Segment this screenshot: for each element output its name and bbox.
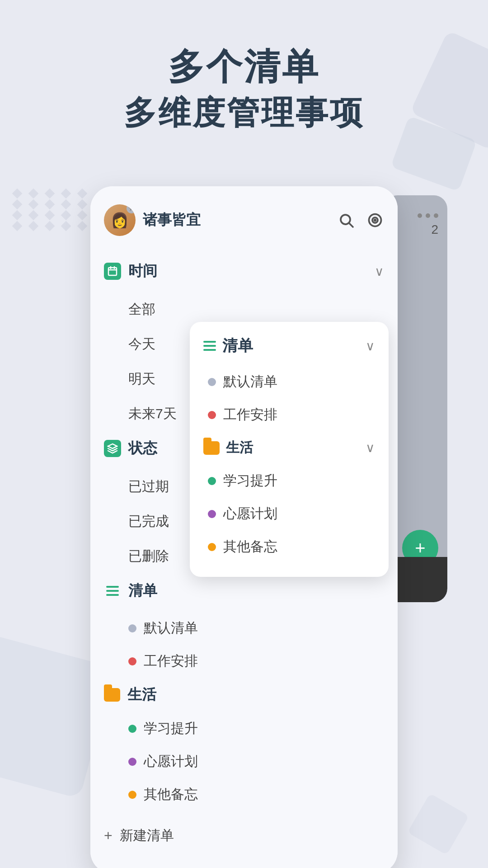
avatar-badge [127,204,136,213]
list-item-work[interactable]: 工作安排 [104,645,384,678]
status-icon [104,440,121,457]
svg-rect-5 [108,268,117,275]
dot-orange-icon [128,791,136,799]
list-section-title: 清单 [128,581,157,601]
popup-dot-green [208,477,216,485]
popup-title: 清单 [222,335,253,356]
list-item-default[interactable]: 默认清单 [104,612,384,645]
popup-overlay: 清单 ∨ 默认清单 工作安排 生活 [190,322,389,577]
header-title-line1: 多个清单 [27,45,461,89]
new-list-button[interactable]: + 新建清单 [104,816,384,856]
back-dot-3 [434,213,438,218]
list-item-notes[interactable]: 其他备忘 [104,778,384,811]
folder-life[interactable]: 生活 [104,678,384,712]
main-phone-frame: 👩 诸事皆宜 [90,186,398,868]
user-name: 诸事皆宜 [143,210,201,230]
popup-item-wishes[interactable]: 心愿计划 [203,497,375,530]
list-item-wishes[interactable]: 心愿计划 [104,745,384,778]
time-section-title: 时间 [128,261,157,281]
list-item-study[interactable]: 学习提升 [104,712,384,745]
popup-chevron-icon: ∨ [366,339,375,354]
popup-folder-icon [203,441,220,455]
list-icon [104,582,121,599]
time-icon [104,263,121,280]
search-icon[interactable] [337,211,355,229]
phone-area: 2 + 👩 诸事皆宜 [41,186,447,868]
dot-red-icon [128,657,136,665]
time-chevron-icon: ∨ [375,264,384,279]
popup-item-work[interactable]: 工作安排 [203,398,375,431]
header-icons [337,211,384,229]
dot-purple-icon [128,758,136,766]
user-info: 👩 诸事皆宜 [104,204,201,236]
avatar[interactable]: 👩 [104,204,136,236]
popup-folder-chevron-icon: ∨ [366,440,375,455]
svg-line-1 [349,223,353,227]
popup-item-notes[interactable]: 其他备忘 [203,530,375,563]
popup-header: 清单 ∨ [203,335,375,356]
svg-point-4 [375,220,376,221]
header-title-line2: 多维度管理事项 [27,93,461,132]
popup-dot-gray [208,378,216,386]
popup-dot-purple [208,510,216,518]
popup-folder-life[interactable]: 生活 ∨ [203,431,375,464]
folder-icon [104,688,120,702]
dot-gray-icon [128,624,136,632]
header-section: 多个清单 多维度管理事项 [0,0,488,159]
popup-item-default[interactable]: 默认清单 [203,365,375,398]
time-section-header[interactable]: 时间 ∨ [104,254,384,288]
back-dot-2 [426,213,430,218]
list-section-header[interactable]: 清单 [104,574,384,608]
back-dot-1 [418,213,422,218]
status-section-title: 状态 [128,439,157,458]
popup-item-study[interactable]: 学习提升 [203,464,375,497]
popup-dot-orange [208,543,216,551]
user-header: 👩 诸事皆宜 [104,204,384,236]
dot-green-icon [128,725,136,733]
target-icon[interactable] [366,211,384,229]
plus-icon: + [104,827,113,844]
popup-list-icon [203,341,216,351]
popup-dot-red [208,411,216,419]
sidebar: 👩 诸事皆宜 [90,186,398,868]
